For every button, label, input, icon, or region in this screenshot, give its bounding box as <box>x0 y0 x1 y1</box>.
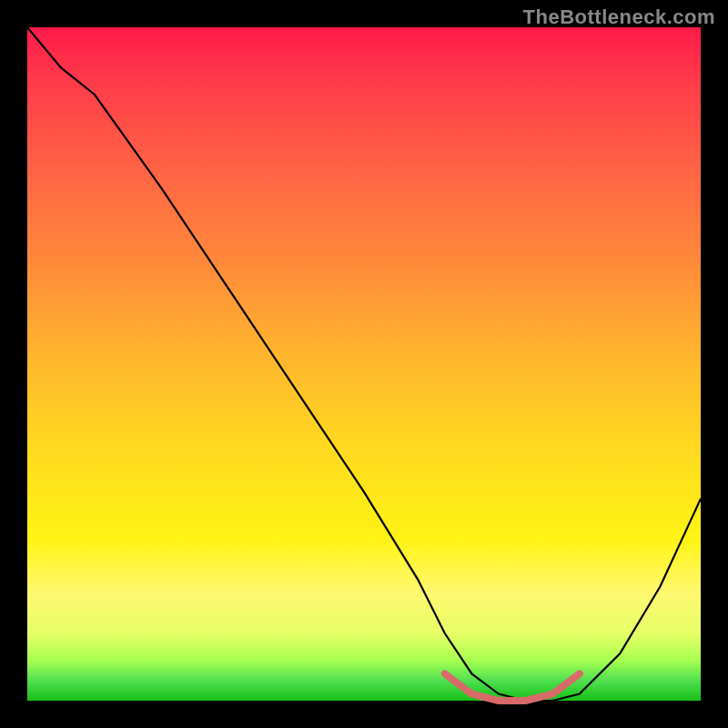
curve-svg <box>27 27 701 701</box>
bottleneck-curve-line <box>27 27 701 701</box>
watermark-text: TheBottleneck.com <box>523 5 715 29</box>
chart-frame: TheBottleneck.com <box>0 0 728 728</box>
plot-area <box>27 27 701 701</box>
